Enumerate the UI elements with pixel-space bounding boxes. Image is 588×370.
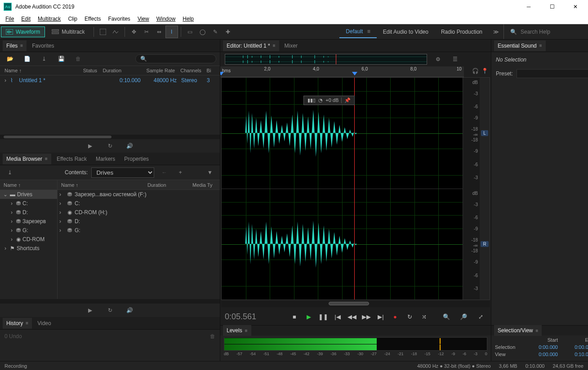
- files-scrollbar[interactable]: [0, 135, 220, 139]
- media-header-name[interactable]: Name ↑: [58, 182, 147, 188]
- forward-button[interactable]: ▶▶: [361, 311, 372, 322]
- menu-file[interactable]: File: [2, 14, 18, 23]
- list-item[interactable]: ›⛃Зарезер...вано системой (F:): [58, 190, 220, 199]
- files-header-sample-rate[interactable]: Sample Rate: [147, 68, 181, 73]
- preview-autoplay-button[interactable]: 🔊: [124, 140, 136, 152]
- list-item[interactable]: ›◉CD-ROM (H:): [58, 208, 220, 217]
- hud-knob-icon[interactable]: ◔: [318, 97, 323, 103]
- lasso-tool[interactable]: ◯: [196, 26, 209, 38]
- search-help-input[interactable]: [521, 29, 584, 35]
- healing-tool[interactable]: ✚: [222, 26, 234, 38]
- insert-icon[interactable]: ⤓: [38, 53, 50, 65]
- record-button[interactable]: ●: [389, 311, 401, 322]
- preview-play-button[interactable]: ▶: [84, 140, 97, 152]
- media-autoplay-button[interactable]: 🔊: [124, 304, 136, 317]
- spectral-pitch-tool[interactable]: [109, 26, 122, 38]
- menu-favorites[interactable]: Favorites: [105, 14, 134, 23]
- move-tool[interactable]: ✥: [128, 26, 140, 38]
- files-header-bit[interactable]: Bi: [207, 68, 215, 73]
- level-meter[interactable]: [224, 337, 487, 351]
- stop-button[interactable]: ■: [289, 311, 300, 322]
- new-file-icon[interactable]: 📄: [21, 53, 33, 65]
- history-trash-icon[interactable]: 🗑: [210, 333, 215, 339]
- tree-shortcuts[interactable]: ›⚑Shortcuts: [0, 244, 57, 253]
- tab-video[interactable]: Video: [34, 318, 54, 329]
- tab-mixer[interactable]: Mixer: [281, 40, 301, 51]
- tab-properties[interactable]: Properties: [120, 154, 152, 164]
- menu-multitrack[interactable]: Multitrack: [34, 14, 64, 23]
- tab-levels[interactable]: Levels≡: [223, 325, 251, 336]
- tab-markers[interactable]: Markers: [92, 154, 119, 164]
- timecode[interactable]: 0:05.561: [225, 312, 270, 322]
- selview-selection-start[interactable]: 0:00.000: [526, 344, 558, 350]
- skip-selection-button[interactable]: ⤭: [418, 311, 430, 322]
- loop-playback-button[interactable]: ↻: [404, 311, 415, 322]
- overview-zoom-icon[interactable]: ⚙: [432, 53, 444, 66]
- timeline-ruler[interactable]: hms 2,0 4,0 6,0 8,0 10: [220, 66, 464, 77]
- headphones-icon[interactable]: 🎧: [472, 68, 479, 74]
- list-item[interactable]: ›⛃D:: [58, 217, 220, 226]
- workspace-default[interactable]: Default ≡: [339, 26, 376, 38]
- playhead-handle[interactable]: [352, 72, 357, 75]
- spectral-freq-tool[interactable]: [97, 26, 109, 38]
- overview-waveform[interactable]: [225, 54, 427, 65]
- back-icon[interactable]: ←: [158, 166, 170, 179]
- tab-files[interactable]: Files≡: [3, 40, 27, 51]
- channel-left-badge[interactable]: L: [481, 130, 488, 136]
- brush-tool[interactable]: ✎: [209, 26, 222, 38]
- close-button[interactable]: ✕: [566, 1, 584, 12]
- save-icon[interactable]: 💾: [55, 53, 67, 65]
- tree-drive-g[interactable]: ›⛃G:: [0, 226, 57, 235]
- selview-selection-end[interactable]: 0:00.000: [562, 344, 588, 350]
- hud-gain[interactable]: ▮▮▯ ◔ +0 dB 📌: [303, 96, 355, 105]
- files-header-status[interactable]: Status: [83, 68, 103, 73]
- workspace-radio[interactable]: Radio Production: [435, 26, 489, 38]
- trash-icon[interactable]: 🗑: [72, 53, 85, 65]
- channel-right-badge[interactable]: R: [481, 241, 488, 247]
- marquee-tool[interactable]: ▭: [184, 26, 196, 38]
- selview-view-start[interactable]: 0:00.000: [526, 352, 558, 357]
- panel-menu-icon[interactable]: ≡: [20, 43, 23, 48]
- pin-icon[interactable]: 📍: [481, 68, 488, 74]
- media-left-header-name[interactable]: Name ↑: [0, 182, 57, 188]
- contents-dropdown[interactable]: Drives: [91, 167, 154, 178]
- media-play-button[interactable]: ▶: [84, 304, 97, 317]
- workspace-edit-audio-video[interactable]: Edit Audio to Video: [377, 26, 435, 38]
- tree-drive-reserved[interactable]: ›⛃Зарезерв: [0, 217, 57, 226]
- razor-tool[interactable]: ✂: [140, 26, 153, 38]
- time-selection-tool[interactable]: I: [165, 26, 178, 38]
- files-header-name[interactable]: Name ↑: [4, 68, 83, 73]
- zoom-out-button[interactable]: 🔎: [458, 311, 469, 322]
- selview-view-end[interactable]: 0:10.000: [562, 352, 588, 357]
- tab-media-browser[interactable]: Media Browser≡: [3, 154, 51, 164]
- tab-effects-rack[interactable]: Effects Rack: [53, 154, 90, 164]
- minimize-button[interactable]: ─: [520, 1, 538, 12]
- files-header-channels[interactable]: Channels: [180, 68, 206, 73]
- media-loop-button[interactable]: ↻: [104, 304, 116, 317]
- tab-editor[interactable]: Editor: Untitled 1 *≡: [223, 40, 279, 51]
- maximize-button[interactable]: ☐: [543, 1, 561, 12]
- range-start-handle[interactable]: [220, 72, 224, 75]
- go-to-end-button[interactable]: ▶|: [375, 311, 387, 322]
- tab-essential-sound[interactable]: Essential Sound≡: [494, 40, 546, 51]
- waveform-mode-button[interactable]: Waveform: [1, 26, 45, 37]
- workspace-more[interactable]: ≫: [489, 26, 503, 38]
- tab-history[interactable]: History≡: [3, 318, 32, 329]
- files-search-input[interactable]: 🔍: [135, 54, 216, 63]
- slip-tool[interactable]: ⇔: [153, 26, 165, 38]
- media-scrollbar[interactable]: [0, 299, 220, 304]
- list-item[interactable]: ›⛃C:: [58, 199, 220, 208]
- go-to-start-button[interactable]: |◀: [332, 311, 343, 322]
- menu-window[interactable]: Window: [153, 14, 179, 23]
- pause-button[interactable]: ❚❚: [317, 311, 329, 322]
- tree-cdrom[interactable]: ›◉CD-ROM: [0, 235, 57, 244]
- preset-input[interactable]: [517, 69, 588, 78]
- zoom-in-button[interactable]: 🔍: [441, 311, 452, 322]
- open-file-icon[interactable]: 📂: [4, 53, 16, 65]
- menu-edit[interactable]: Edit: [18, 14, 34, 23]
- play-button[interactable]: ▶: [303, 311, 315, 322]
- tree-drive-d[interactable]: ›⛃D:: [0, 208, 57, 217]
- new-folder-icon[interactable]: +: [174, 166, 187, 179]
- hud-gain-value[interactable]: +0 dB: [325, 97, 339, 103]
- media-header-type[interactable]: Media Ty: [192, 182, 212, 188]
